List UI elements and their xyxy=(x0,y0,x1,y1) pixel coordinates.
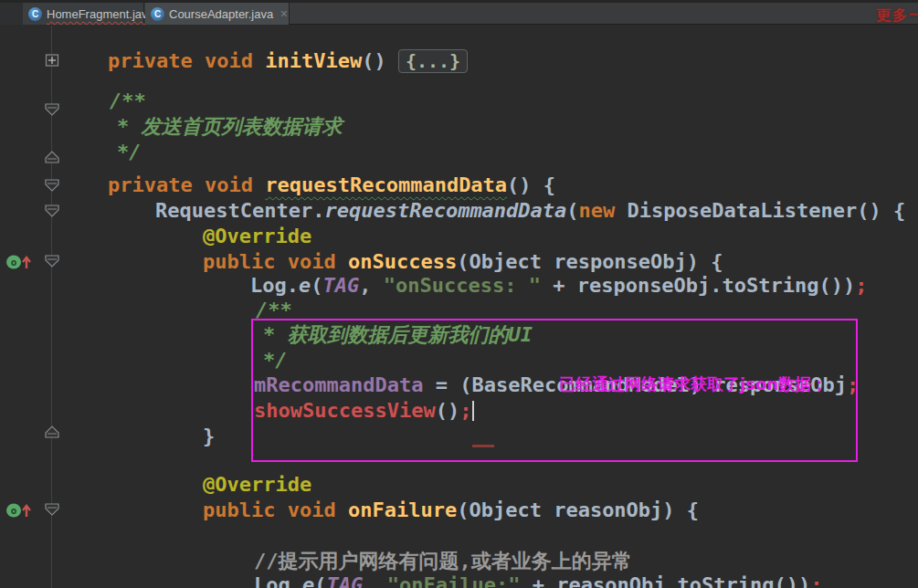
fold-marker-up-icon[interactable] xyxy=(45,151,59,163)
code-line: /** xyxy=(110,90,146,114)
code-line: * 发送首页列表数据请求 xyxy=(117,116,343,140)
code-token: ( xyxy=(566,199,578,222)
code-token: ; xyxy=(855,274,867,297)
code-line: */ xyxy=(117,142,142,165)
code-token: private xyxy=(108,49,193,72)
code-line: public void onSuccess(Object responseObj… xyxy=(203,251,723,275)
code-token: TAG xyxy=(322,274,359,297)
code-token: /** xyxy=(110,89,146,112)
code-token: public xyxy=(203,250,275,273)
close-icon[interactable]: ✕ xyxy=(280,8,288,20)
code-line: private void requestRecommandData() { xyxy=(108,174,555,198)
code-token: "onSuccess: " xyxy=(384,274,541,297)
code-token: + responseObj.toString()) xyxy=(541,274,855,297)
tab-label: HomeFragment.java xyxy=(47,7,154,21)
overrides-method-icon[interactable]: o xyxy=(5,502,33,519)
fold-marker-down-icon[interactable] xyxy=(45,503,59,516)
code-token: new xyxy=(579,199,616,222)
code-token: */ xyxy=(117,141,142,163)
code-token: //提示用户网络有问题,或者业务上的异常 xyxy=(254,550,632,572)
code-token: requestRecommandData xyxy=(324,199,566,222)
code-token: ( xyxy=(311,274,322,297)
code-token: Log. xyxy=(254,573,302,588)
code-token: requestRecommandData xyxy=(265,173,507,196)
tab-bar-left-gap xyxy=(0,3,23,25)
code-token: private xyxy=(108,173,193,196)
tab-courseadapter[interactable]: C CourseAdapter.java ✕ xyxy=(145,3,290,25)
class-icon: C xyxy=(151,7,164,21)
code-token: + reasonObj.toString()) xyxy=(520,573,810,588)
code-token xyxy=(275,499,287,521)
code-token: onFailure xyxy=(348,499,457,521)
code-token: RequestCenter. xyxy=(155,199,324,222)
fold-marker-down-icon[interactable] xyxy=(45,103,59,116)
tab-label: CourseAdapter.java xyxy=(169,7,273,21)
code-token xyxy=(336,250,348,273)
svg-text:o: o xyxy=(11,257,17,268)
class-icon: C xyxy=(28,7,42,21)
watermark-text: 更多一 xyxy=(876,6,918,26)
code-token xyxy=(193,49,205,72)
code-token: void xyxy=(205,49,253,72)
code-line: @Override xyxy=(203,474,311,498)
code-token: public xyxy=(203,499,275,521)
code-token: e xyxy=(299,274,311,297)
code-token: ; xyxy=(810,573,822,588)
code-token: onSuccess xyxy=(348,250,457,273)
fold-marker-up-icon[interactable] xyxy=(45,425,59,438)
code-token: () xyxy=(362,49,398,72)
fold-marker-down-icon[interactable] xyxy=(45,205,59,217)
annotation-label: 已经通过网络请求获取了json数据； xyxy=(559,373,828,395)
fold-marker-down-icon[interactable] xyxy=(45,255,59,268)
editor-tab-bar: C HomeFragment.java ✕ C CourseAdapter.ja… xyxy=(0,0,918,25)
tab-homefragment[interactable]: C HomeFragment.java ✕ xyxy=(23,3,144,25)
code-token xyxy=(253,173,265,196)
code-token xyxy=(336,499,348,521)
code-token xyxy=(253,49,265,72)
code-token: * 发送首页列表数据请求 xyxy=(117,115,343,138)
code-token: , xyxy=(363,573,387,588)
code-token: void xyxy=(288,499,336,521)
code-line: Log.e(TAG, "onFailue:" + reasonObj.toStr… xyxy=(254,574,823,588)
code-line: public void onFailure(Object reasonObj) … xyxy=(203,499,699,523)
code-token: e xyxy=(302,573,314,588)
code-line: RequestCenter.requestRecommandData(new D… xyxy=(155,200,905,224)
code-token: () { xyxy=(507,173,555,196)
code-line: @Override xyxy=(203,226,311,249)
code-editor[interactable]: oo private void initView() {...}/*** 发送首… xyxy=(0,26,918,588)
svg-text:o: o xyxy=(11,505,17,517)
ide-window: C HomeFragment.java ✕ C CourseAdapter.ja… xyxy=(0,0,918,588)
code-token: } xyxy=(203,425,215,447)
code-token: Log. xyxy=(250,274,299,297)
code-token: DisposeDataListener() { xyxy=(615,199,905,222)
code-token: ( xyxy=(314,573,326,588)
fold-marker-plus-icon[interactable] xyxy=(45,54,59,67)
code-token: void xyxy=(205,173,253,196)
overrides-method-icon[interactable]: o xyxy=(5,254,33,270)
code-token: , xyxy=(359,274,384,297)
code-token: "onFailue:" xyxy=(387,573,521,588)
code-token xyxy=(275,250,287,273)
code-token xyxy=(193,173,205,196)
code-line: private void initView() {...} xyxy=(108,50,468,74)
code-token: TAG xyxy=(326,573,363,588)
code-line: } xyxy=(203,425,215,449)
code-line: //提示用户网络有问题,或者业务上的异常 xyxy=(254,551,632,574)
code-token: @Override xyxy=(203,225,311,247)
code-token: void xyxy=(288,250,336,273)
code-token: (Object responseObj) { xyxy=(457,250,723,273)
folded-code-badge[interactable]: {...} xyxy=(398,49,468,73)
code-line: Log.e(TAG, "onSuccess: " + responseObj.t… xyxy=(250,275,868,299)
code-token: @Override xyxy=(203,473,311,496)
code-token: (Object reasonObj) { xyxy=(457,499,699,521)
code-token: initView xyxy=(265,49,362,72)
fold-marker-down-icon[interactable] xyxy=(45,179,59,192)
